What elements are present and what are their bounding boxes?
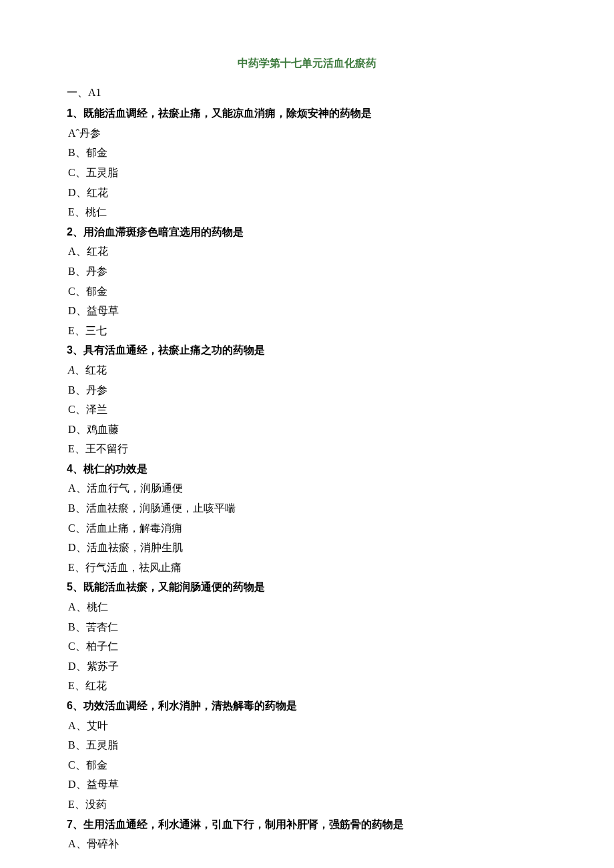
option: C、郁金 [68,755,547,775]
question-text: 、生用活血通经，利水通淋，引血下行，制用补肝肾，强筋骨的药物是 [73,819,404,830]
option-letter: A [68,364,75,376]
option: E、三七 [68,321,547,341]
option: E、行气活血，祛风止痛 [68,558,547,578]
option: B、五灵脂 [68,735,547,755]
question-number: 7 [67,819,73,830]
option: Aˆ丹参 [68,123,547,143]
option: E、红花 [68,676,547,696]
option: A、骨碎补 [68,834,547,854]
question-text: 、功效活血调经，利水消肿，清热解毒的药物是 [73,700,297,711]
document-page: 中药学第十七单元活血化瘀药 一、A1 1、既能活血调经，祛瘀止痛，又能凉血消痈，… [0,0,614,868]
option: D、益母草 [68,301,547,321]
option: B、苦杏仁 [68,617,547,637]
question-7: 7、生用活血通经，利水通淋，引血下行，制用补肝肾，强筋骨的药物是 [67,815,547,835]
option: E、桃仁 [68,202,547,222]
option: E、没药 [68,795,547,815]
question-number: 4 [67,463,73,474]
question-number: 1 [67,107,73,119]
question-text: 、用治血滞斑疹色暗宜选用的药物是 [73,226,244,238]
option: B、丹参 [68,262,547,282]
option: A、红花 [68,242,547,262]
option: D、紫苏子 [68,657,547,677]
option: D、益母草 [68,775,547,795]
option: B、丹参 [68,380,547,400]
option: D、活血祛瘀，消肿生肌 [68,538,547,558]
option: E、王不留行 [68,439,547,459]
question-text: 、桃仁的功效是 [73,463,147,474]
option: C、柏子仁 [68,636,547,657]
option: D、红花 [68,183,547,203]
question-3: 3、具有活血通经，祛瘀止痛之功的药物是 [67,340,547,360]
question-number: 3 [67,344,73,356]
option: C、郁金 [68,282,547,302]
question-text: 、具有活血通经，祛瘀止痛之功的药物是 [73,344,265,356]
option: D、鸡血藤 [68,420,547,440]
option: C、五灵脂 [68,163,547,183]
question-2: 2、用治血滞斑疹色暗宜选用的药物是 [67,222,547,242]
question-6: 6、功效活血调经，利水消肿，清热解毒的药物是 [67,696,547,716]
option: A、桃仁 [68,597,547,617]
option: B、郁金 [68,143,547,163]
question-1: 1、既能活血调经，祛瘀止痛，又能凉血消痈，除烦安神的药物是 [67,103,547,123]
question-5: 5、既能活血祛瘀，又能润肠通便的药物是 [67,577,547,597]
question-text: 、既能活血调经，祛瘀止痛，又能凉血消痈，除烦安神的药物是 [73,107,372,119]
option: A、活血行气，润肠通便 [68,478,547,498]
option: C、泽兰 [68,400,547,420]
option-text: 、红花 [75,364,107,376]
option: A、红花 [68,360,547,380]
section-heading: 一、A1 [67,83,547,103]
question-number: 2 [67,226,73,238]
option: C、活血止痛，解毒消痈 [68,518,547,538]
option: B、活血祛瘀，润肠通便，止咳平喘 [68,498,547,518]
option: A、艾叶 [68,716,547,736]
question-text: 、既能活血祛瘀，又能润肠通便的药物是 [73,581,265,592]
question-number: 5 [67,581,73,592]
question-number: 6 [67,700,73,711]
question-4: 4、桃仁的功效是 [67,459,547,479]
questions-container: 1、既能活血调经，祛瘀止痛，又能凉血消痈，除烦安神的药物是Aˆ丹参B、郁金C、五… [67,103,547,854]
page-title: 中药学第十七单元活血化瘀药 [67,53,547,73]
